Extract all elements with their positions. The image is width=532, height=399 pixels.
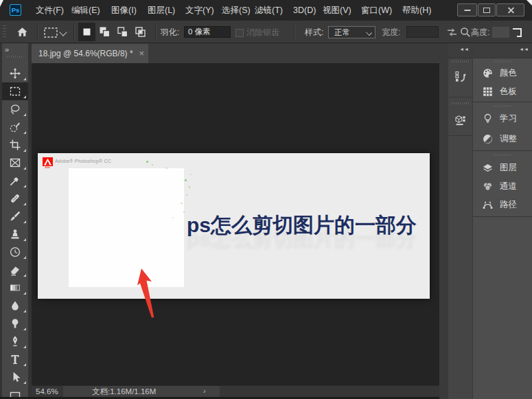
move-tool[interactable] (2, 65, 28, 82)
history-brush-tool[interactable] (2, 243, 28, 261)
subtract-from-selection-button[interactable] (114, 23, 131, 41)
adobe-logo: Adobe (43, 157, 53, 168)
panel-tab-learn[interactable]: 学习 (473, 109, 532, 128)
green-speckle (181, 203, 183, 204)
panel-tab-swatches[interactable]: 色板 (473, 82, 532, 101)
rectangular-marquee-tool[interactable] (2, 82, 28, 100)
selection-white-rectangle[interactable] (69, 168, 184, 287)
panel-separator (448, 135, 472, 136)
panel-group-grip[interactable] (494, 60, 511, 62)
blur-icon (9, 299, 21, 312)
menu-select[interactable]: 选择(S) (222, 0, 251, 21)
path-selection-tool[interactable] (2, 368, 28, 386)
layers-icon (482, 162, 494, 174)
eyedropper-tool[interactable] (2, 172, 28, 190)
menu-bar: Ps 文件(F) 编辑(E) 图像(I) 图层(L) 文字(Y) 选择(S) 滤… (0, 0, 532, 21)
select-chevron-icon (366, 30, 372, 36)
menu-help[interactable]: 帮助(H) (402, 0, 431, 21)
blur-tool[interactable] (2, 297, 28, 315)
green-speckle (172, 217, 174, 218)
tab-close-icon[interactable]: × (139, 44, 144, 63)
green-speckle (146, 161, 148, 163)
learn-bulb-icon (482, 113, 494, 124)
close-button[interactable] (496, 3, 524, 16)
tool-preset-marquee-icon[interactable] (44, 27, 58, 38)
panel-group-grip[interactable] (452, 102, 470, 104)
brush-tool[interactable] (2, 207, 28, 225)
home-icon[interactable] (16, 26, 28, 38)
menu-view[interactable]: 视图(V) (323, 0, 351, 21)
document-tab[interactable]: 18.jpg @ 54.6%(RGB/8) * × (32, 44, 148, 63)
document-canvas[interactable]: Adobe Adobe® Photoshop® CC ps怎么剪切图片的一部分 (38, 153, 430, 299)
headline-text: ps怎么剪切图片的一部分 (187, 212, 417, 240)
maximize-button[interactable] (478, 3, 496, 16)
eraser-icon (9, 264, 21, 276)
zoom-level-field[interactable]: 54.6% (36, 386, 58, 397)
panel-tab-paths[interactable]: 路径 (473, 196, 532, 214)
select-and-mask-partial-icon[interactable] (512, 27, 524, 38)
collapse-icons-chevrons[interactable]: ◄◄ (459, 47, 469, 52)
dock-resize-gutter[interactable] (439, 43, 448, 399)
panel-group-grip[interactable] (452, 60, 470, 62)
panel-group-grip[interactable] (494, 105, 511, 107)
lasso-tool[interactable] (2, 100, 28, 118)
panel-tab-label: 颜色 (500, 67, 517, 79)
panel-group-grip[interactable] (494, 154, 511, 156)
style-select[interactable]: 正常 (328, 26, 375, 38)
swap-dimensions-icon[interactable] (446, 26, 459, 38)
height-input[interactable] (492, 27, 509, 38)
subtract-from-selection-icon (117, 26, 128, 38)
panel-tab-label: 调整 (500, 133, 517, 145)
photoshop-app-icon[interactable]: Ps (10, 4, 21, 16)
eraser-tool[interactable] (2, 261, 28, 279)
frame-tool[interactable] (2, 154, 28, 172)
add-to-selection-button[interactable] (96, 23, 113, 41)
3d-panel-button[interactable] (448, 108, 472, 131)
tool-preset-chevron-icon[interactable] (59, 28, 67, 36)
dodge-tool[interactable] (2, 315, 28, 332)
menu-filter[interactable]: 滤镜(T) (255, 0, 283, 21)
document-size-info: 文档:1.16M/1.16M (92, 386, 156, 397)
history-panel-icon (454, 70, 467, 83)
toolbar-expand-icon[interactable]: » (5, 45, 8, 54)
options-separator (37, 24, 38, 40)
minimize-button[interactable] (457, 3, 477, 16)
gradient-tool[interactable] (2, 279, 28, 297)
menu-3d[interactable]: 3D(D) (293, 0, 316, 21)
width-input[interactable] (406, 26, 439, 38)
pen-tool[interactable] (2, 332, 28, 350)
feather-label: 羽化: (161, 21, 179, 43)
options-separator (294, 24, 295, 40)
canvas-pasteboard[interactable]: Adobe Adobe® Photoshop® CC ps怎么剪切图片的一部分 (32, 63, 439, 385)
spot-healing-brush-tool[interactable] (2, 190, 28, 207)
new-selection-button[interactable] (78, 23, 95, 41)
menu-image[interactable]: 图像(I) (111, 0, 137, 21)
intersect-selection-button[interactable] (132, 23, 149, 41)
panel-tab-layers[interactable]: 图层 (473, 159, 532, 177)
corner-artifact (527, 0, 532, 5)
panel-tab-label: 学习 (500, 113, 517, 124)
quick-selection-tool[interactable] (2, 118, 28, 136)
clone-stamp-tool[interactable] (2, 225, 28, 243)
menu-edit[interactable]: 编辑(E) (71, 0, 100, 21)
type-tool[interactable] (2, 350, 28, 368)
collapse-panels-chevrons[interactable]: ◄◄ (519, 47, 529, 52)
paths-icon (482, 199, 494, 211)
menu-type[interactable]: 文字(Y) (185, 0, 214, 21)
menu-file[interactable]: 文件(F) (36, 0, 64, 21)
history-panel-button[interactable] (448, 65, 472, 88)
toolbar-grip[interactable] (7, 56, 23, 58)
options-bar-grip[interactable] (3, 25, 6, 38)
antialias-checkbox[interactable] (235, 29, 244, 37)
width-label: 宽度: (382, 21, 400, 43)
panel-tab-channels[interactable]: 通道 (473, 177, 532, 196)
panel-tab-adjustments[interactable]: 调整 (473, 130, 532, 148)
eyedropper-icon (9, 174, 21, 187)
menu-layer[interactable]: 图层(L) (148, 0, 175, 21)
panel-tab-color[interactable]: 颜色 (473, 64, 532, 82)
crop-tool[interactable] (2, 136, 28, 154)
menu-window[interactable]: 窗口(W) (361, 0, 392, 21)
document-tab-title: 18.jpg @ 54.6%(RGB/8) * (38, 49, 133, 58)
feather-input[interactable]: 0 像素 (184, 26, 231, 38)
status-expander-icon[interactable]: › (203, 386, 206, 396)
